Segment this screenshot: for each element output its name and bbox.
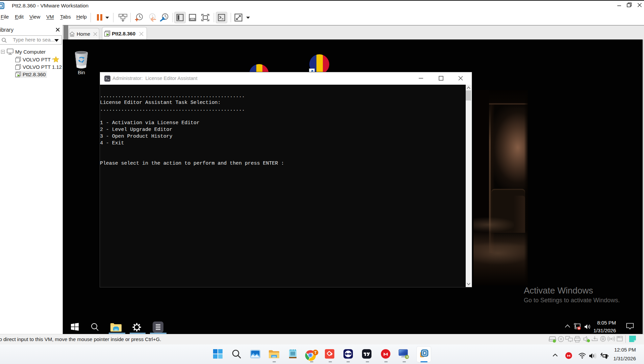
svg-text:T: T — [314, 351, 317, 355]
